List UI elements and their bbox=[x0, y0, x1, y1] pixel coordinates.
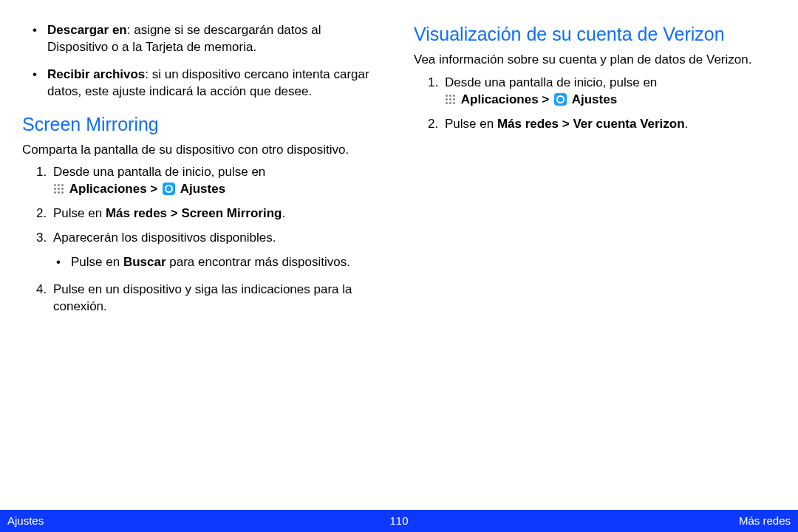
sub-pre: Pulse en bbox=[71, 255, 123, 269]
step-bold: Más redes > Ver cuenta Verizon bbox=[497, 117, 685, 131]
page-body: Descargar en: asigne si se descargarán d… bbox=[0, 0, 798, 510]
apps-grid-icon bbox=[53, 183, 64, 194]
bullet-lead: Recibir archivos bbox=[47, 67, 145, 81]
sub-post: para encontrar más dispositivos. bbox=[166, 255, 350, 269]
verizon-intro: Vea información sobre su cuenta y plan d… bbox=[414, 52, 776, 69]
settings-gear-icon bbox=[554, 93, 567, 106]
feature-bullets: Descargar en: asigne si se descargarán d… bbox=[22, 22, 384, 100]
footer-left: Ajustes bbox=[7, 514, 44, 528]
step: Pulse en Más redes > Screen Mirroring. bbox=[50, 205, 384, 222]
step: Aparecerán los dispositivos disponibles.… bbox=[50, 230, 384, 271]
section-heading-mirroring: Screen Mirroring bbox=[22, 112, 384, 137]
sub-bullets: Pulse en Buscar para encontrar más dispo… bbox=[53, 254, 384, 271]
step-pre: Pulse en bbox=[445, 117, 497, 131]
settings-label: Ajustes bbox=[180, 182, 225, 196]
step-bold: Más redes > Screen Mirroring bbox=[106, 206, 282, 220]
left-column: Descargar en: asigne si se descargarán d… bbox=[22, 22, 384, 510]
step-text: Desde una pantalla de inicio, pulse en bbox=[53, 165, 265, 179]
page-footer: Ajustes 110 Más redes bbox=[0, 510, 798, 532]
apps-grid-icon bbox=[445, 94, 456, 105]
bullet-descargar: Descargar en: asigne si se descargarán d… bbox=[47, 22, 384, 56]
step: Desde una pantalla de inicio, pulse en A… bbox=[442, 75, 776, 109]
step-post: . bbox=[282, 206, 285, 220]
right-column: Visualización de su cuenta de Verizon Ve… bbox=[414, 22, 776, 510]
step-text: Pulse en un dispositivo y siga las indic… bbox=[53, 282, 352, 313]
step-post: . bbox=[685, 117, 689, 131]
step-text: Aparecerán los dispositivos disponibles. bbox=[53, 231, 276, 245]
section-heading-verizon: Visualización de su cuenta de Verizon bbox=[414, 22, 776, 47]
step-pre: Pulse en bbox=[53, 206, 106, 220]
verizon-steps: Desde una pantalla de inicio, pulse en A… bbox=[414, 75, 776, 133]
step-text: Desde una pantalla de inicio, pulse en bbox=[445, 75, 657, 89]
settings-gear-icon bbox=[163, 183, 175, 195]
step: Pulse en Más redes > Ver cuenta Verizon. bbox=[442, 116, 776, 133]
footer-page-number: 110 bbox=[389, 514, 408, 528]
sub-bullet: Pulse en Buscar para encontrar más dispo… bbox=[71, 254, 384, 271]
bullet-lead: Descargar en bbox=[47, 23, 127, 37]
mirroring-intro: Comparta la pantalla de su dispositivo c… bbox=[22, 142, 384, 159]
step: Desde una pantalla de inicio, pulse en A… bbox=[50, 164, 384, 198]
apps-label: Aplicaciones > bbox=[461, 92, 553, 106]
mirroring-steps: Desde una pantalla de inicio, pulse en A… bbox=[22, 164, 384, 316]
apps-label: Aplicaciones > bbox=[69, 182, 161, 196]
settings-label: Ajustes bbox=[572, 92, 617, 106]
footer-right: Más redes bbox=[739, 514, 791, 528]
bullet-recibir: Recibir archivos: si un dispositivo cerc… bbox=[47, 66, 384, 100]
step: Pulse en un dispositivo y siga las indic… bbox=[50, 282, 384, 316]
sub-bold: Buscar bbox=[123, 255, 166, 269]
